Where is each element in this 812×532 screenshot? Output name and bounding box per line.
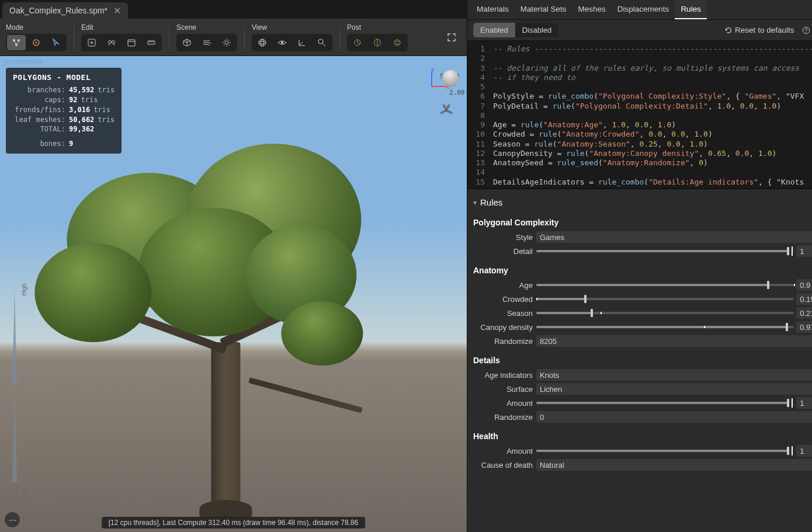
enabled-button[interactable]: Enabled	[473, 23, 515, 37]
line-gutter: 12345678910111213141516	[467, 41, 490, 188]
post-leaf-button[interactable]	[368, 35, 387, 50]
reset-defaults-button[interactable]: Reset to defaults	[724, 26, 794, 34]
code-body[interactable]: -- Rules -------------------------------…	[490, 41, 812, 188]
health-amount-slider[interactable]	[536, 450, 788, 452]
crowded-value[interactable]: 0.191	[796, 293, 812, 305]
svg-point-12	[259, 41, 266, 44]
details-randomize-input[interactable]: 0	[536, 411, 812, 423]
height-scale: High Low	[8, 290, 21, 509]
tab-materials[interactable]: Materials	[471, 0, 515, 19]
calendar-button[interactable]	[122, 35, 141, 50]
health-amount-value[interactable]: 1	[796, 445, 812, 457]
file-tab[interactable]: Oak_Complex_Rules.spm* ✕	[2, 2, 128, 19]
svg-point-22	[806, 32, 807, 32]
viewport[interactable]: perspective POLYGONS - MODEL b	[0, 56, 467, 532]
post-globe-button[interactable]	[388, 35, 407, 50]
season-value[interactable]: 0.216	[796, 307, 812, 319]
mode-node-button[interactable]	[27, 35, 46, 50]
style-combo[interactable]: Games▾	[536, 231, 812, 243]
tab-rules[interactable]: Rules	[675, 0, 707, 19]
season-slider[interactable]	[536, 312, 794, 314]
tab-meshes[interactable]: Meshes	[572, 0, 612, 19]
svg-point-14	[281, 41, 283, 44]
mode-select-button[interactable]	[47, 35, 65, 50]
svg-point-7	[112, 40, 115, 43]
rules-section-header[interactable]: ▾ Rules	[473, 194, 812, 211]
view-label: View	[252, 23, 332, 32]
chevron-down-icon: ▾	[473, 199, 477, 207]
add-button[interactable]	[82, 35, 101, 50]
zoom-button[interactable]	[313, 35, 331, 50]
svg-point-17	[394, 40, 400, 46]
age-indicators-combo[interactable]: Knots▾	[536, 369, 812, 381]
measure-button[interactable]	[142, 35, 161, 50]
rules-properties: ▾ Rules Polygonal Complexity Style Games…	[467, 189, 812, 532]
group-details: Details	[473, 349, 812, 368]
polygon-stats-overlay: POLYGONS - MODEL branches:45,592 tris ca…	[6, 68, 122, 154]
tree-model	[27, 126, 424, 532]
viewport-options-button[interactable]: ⋯	[5, 512, 20, 527]
fan-icon[interactable]	[439, 103, 454, 118]
svg-point-4	[36, 41, 37, 43]
age-slider[interactable]	[536, 284, 794, 286]
svg-point-10	[225, 41, 228, 44]
wind-button[interactable]	[197, 35, 216, 50]
rules-toolbar: Enabled Disabled Reset to defaults Help	[467, 20, 812, 41]
file-tab-label: Oak_Complex_Rules.spm*	[9, 6, 107, 15]
fullscreen-button[interactable]	[442, 30, 461, 45]
undo-icon	[724, 26, 733, 34]
help-button[interactable]: Help	[802, 26, 812, 34]
cause-of-death-combo[interactable]: Natural▾	[536, 459, 812, 471]
eye-button[interactable]	[273, 35, 292, 50]
anatomy-randomize-input[interactable]: 8205	[536, 335, 812, 347]
group-health: Health	[473, 425, 812, 444]
svg-point-11	[259, 39, 266, 46]
axes-button[interactable]	[293, 35, 311, 50]
light-button[interactable]	[217, 35, 236, 50]
crowded-slider[interactable]	[536, 298, 794, 300]
svg-point-13	[261, 39, 264, 46]
disabled-button[interactable]: Disabled	[515, 23, 559, 37]
right-panel-tabs: Materials Material Sets Meshes Displacem…	[467, 0, 812, 20]
age-value[interactable]: 0.9	[796, 279, 812, 291]
file-tab-bar: Oak_Complex_Rules.spm* ✕	[0, 0, 467, 19]
canopy-slider[interactable]	[536, 326, 794, 328]
detail-value[interactable]: 1	[796, 245, 812, 257]
edit-label: Edit	[81, 23, 162, 32]
mode-generator-button[interactable]	[7, 35, 26, 50]
svg-point-6	[109, 40, 112, 43]
main-toolbar: Mode Edit Scene	[0, 19, 467, 56]
svg-point-15	[318, 39, 323, 44]
help-icon	[802, 26, 810, 34]
tab-material-sets[interactable]: Material Sets	[515, 0, 572, 19]
group-anatomy: Anatomy	[473, 259, 812, 279]
details-amount-value[interactable]: 1	[796, 397, 812, 409]
status-bar: [12 cpu threads], Last Compute 312.40 ms…	[102, 517, 366, 528]
group-polygonal: Polygonal Complexity	[473, 211, 812, 231]
mode-label: Mode	[6, 23, 67, 32]
details-amount-slider[interactable]	[536, 402, 788, 404]
projection-label: perspective	[4, 57, 42, 66]
close-icon[interactable]: ✕	[113, 5, 121, 16]
surface-combo[interactable]: Lichen▾	[536, 383, 812, 395]
canopy-value[interactable]: 0.972	[796, 321, 812, 333]
tab-displacements[interactable]: Displacements	[612, 0, 675, 19]
detail-slider[interactable]	[536, 250, 788, 252]
find-button[interactable]	[102, 35, 121, 50]
post-pie-button[interactable]	[348, 35, 367, 50]
rules-code-editor[interactable]: 12345678910111213141516 -- Rules -------…	[467, 41, 812, 189]
svg-rect-8	[128, 40, 135, 46]
post-label: Post	[347, 23, 408, 32]
scene-label: Scene	[176, 23, 237, 32]
globe-button[interactable]	[253, 35, 272, 50]
cube-button[interactable]	[178, 35, 196, 50]
stats-title: POLYGONS - MODEL	[13, 72, 114, 83]
